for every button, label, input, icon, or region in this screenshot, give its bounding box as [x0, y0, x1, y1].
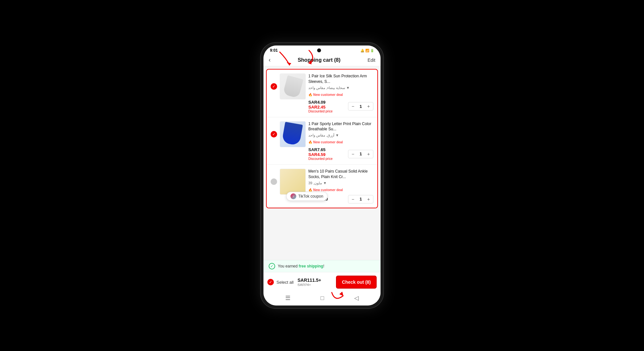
item-2-increase-btn[interactable]: +	[365, 151, 372, 157]
item-2-prices: SAR7.65 SAR4.59 Discounted price	[308, 147, 332, 161]
item-2-price-row: SAR7.65 SAR4.59 Discounted price − 1 +	[308, 147, 373, 161]
free-shipping-text: You earned free shipping!	[278, 264, 324, 268]
menu-icon[interactable]: ☰	[285, 294, 290, 302]
item-1-qty-control: − 1 +	[348, 102, 373, 110]
item-2-image	[280, 121, 306, 147]
item-2-deal: 🔥 New customer deal	[308, 140, 343, 144]
item-2-qty-control: − 1 +	[348, 150, 373, 158]
status-time: 9:01	[270, 48, 278, 53]
item-3-qty: 1	[358, 197, 363, 202]
item-1-decrease-btn[interactable]: −	[350, 103, 356, 110]
item-2-details: 1 Pair Sporty Letter Print Plain Color B…	[308, 121, 373, 161]
fire-icon-3: 🔥	[308, 188, 312, 192]
item-1-original-price: SAR4.09	[308, 100, 332, 105]
status-icons: 🔔 📶 🔋	[360, 49, 374, 52]
tiktok-icon: ♪	[290, 193, 296, 199]
select-all-label[interactable]: Select all	[276, 280, 294, 285]
arm-sleeve-1-img	[280, 74, 305, 99]
edit-button[interactable]: Edit	[368, 58, 375, 63]
item-2-original-price: SAR7.65	[308, 147, 332, 152]
item-2-checkbox[interactable]: ✓	[271, 131, 277, 137]
item-2-name: 1 Pair Sporty Letter Print Plain Color B…	[308, 121, 373, 132]
cart-item-2: ✓ 1 Pair Sporty Letter Print Plain Color…	[267, 117, 377, 165]
item-1-deal: 🔥 New customer deal	[308, 93, 343, 97]
cart-item-1: ✓ 1 Pair Ice Silk Sun Protection Arm Sle…	[267, 70, 377, 117]
item-3-decrease-btn[interactable]: −	[350, 196, 356, 202]
item-3-variant[interactable]: ملون, 39 ▼	[308, 181, 373, 185]
item-2-decrease-btn[interactable]: −	[350, 151, 356, 157]
free-shipping-banner: ✓ You earned free shipping!	[263, 260, 381, 272]
fire-icon-2: 🔥	[308, 140, 312, 144]
item-1-increase-btn[interactable]: +	[365, 103, 372, 110]
camera-notch	[317, 48, 321, 52]
cart-content: ✓ 1 Pair Ice Silk Sun Protection Arm Sle…	[263, 66, 381, 260]
fire-icon: 🔥	[308, 93, 312, 97]
cart-item-3: Men's 10 Pairs Casual Solid Ankle Socks,…	[267, 165, 377, 208]
price-summary: SAR111.5+ SAR74+	[296, 278, 334, 287]
status-bar: 9:01 🔔 📶 🔋	[263, 46, 381, 54]
socks-img	[280, 169, 305, 194]
item-2-discounted-price: SAR4.59	[308, 152, 332, 157]
checkout-button[interactable]: Check out (8)	[336, 276, 377, 289]
item-3-checkbox[interactable]	[271, 178, 277, 185]
cart-section: ✓ 1 Pair Ice Silk Sun Protection Arm Sle…	[266, 69, 378, 208]
back-nav-icon[interactable]: ◁	[354, 294, 359, 302]
item-1-checkbox[interactable]: ✓	[271, 83, 277, 90]
item-2-variant[interactable]: أزرق, مقاس واحد ▼	[308, 133, 373, 137]
header: ‹ Shopping cart (8) Edit	[263, 54, 381, 66]
item-1-image	[280, 73, 306, 99]
item-2-qty: 1	[358, 151, 363, 156]
item-3-increase-btn[interactable]: +	[365, 196, 372, 202]
tiktok-coupon[interactable]: ♪ TikTok coupon	[286, 192, 328, 201]
item-1-variant[interactable]: سحاية بيضاء, مقاس واحد ▼	[308, 86, 373, 90]
item-1-qty: 1	[358, 104, 363, 109]
page-title: Shopping cart (8)	[298, 57, 341, 63]
item-3-image	[280, 169, 306, 195]
select-all-checkbox[interactable]: ✓	[267, 279, 274, 285]
item-1-details: 1 Pair Ice Silk Sun Protection Arm Sleev…	[308, 73, 373, 113]
phone-device: 9:01 🔔 📶 🔋 ‹ Shopping cart (8) Edit ✓	[260, 42, 384, 309]
home-icon[interactable]: □	[321, 295, 324, 302]
shipping-check-icon: ✓	[269, 263, 275, 269]
nav-bar: ☰ □ ◁	[263, 292, 381, 306]
back-button[interactable]: ‹	[269, 57, 271, 63]
item-3-qty-control: − 1 +	[348, 195, 373, 203]
item-3-name: Men's 10 Pairs Casual Solid Ankle Socks,…	[308, 169, 373, 180]
item-1-price-row: SAR4.09 SAR2.45 Discounted price − 1 +	[308, 100, 373, 113]
item-3-deal: 🔥 New customer deal	[308, 188, 343, 192]
tiktok-coupon-label: TikTok coupon	[298, 194, 323, 199]
item-1-prices: SAR4.09 SAR2.45 Discounted price	[308, 100, 332, 113]
phone-screen: 9:01 🔔 📶 🔋 ‹ Shopping cart (8) Edit ✓	[263, 46, 381, 306]
arm-sleeve-2-img	[280, 122, 305, 147]
item-2-discount-label: Discounted price	[308, 157, 332, 161]
total-price: SAR111.5+	[298, 278, 334, 283]
item-1-name: 1 Pair Ice Silk Sun Protection Arm Sleev…	[308, 73, 373, 84]
savings-price: SAR74+	[298, 283, 334, 287]
item-1-discount-label: Discounted price	[308, 110, 332, 113]
item-1-discounted-price: SAR2.45	[308, 105, 332, 110]
bottom-bar: ✓ Select all SAR111.5+ SAR74+ Check out …	[263, 272, 381, 292]
